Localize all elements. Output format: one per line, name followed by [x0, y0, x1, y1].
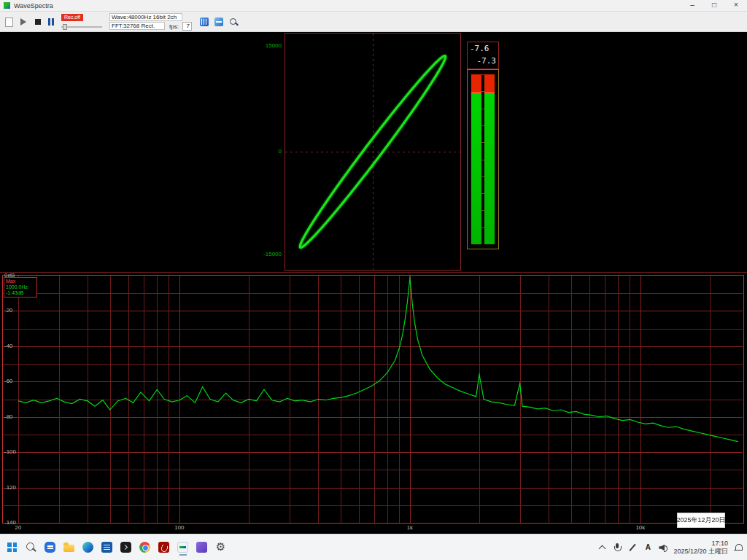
taskbar: A 17:10 2025/12/20 土曜日	[0, 534, 747, 560]
purple-app-icon[interactable]	[193, 539, 210, 556]
lissajous-tick-bottom: -15000	[252, 251, 282, 257]
desktop: WaveSpectra – □ × Rec.off Wave:48000Hz 1…	[0, 0, 747, 560]
slider-thumb[interactable]	[63, 24, 67, 30]
spectrum-x-tick-label: 20	[15, 524, 22, 531]
taskbar-app-icons	[0, 539, 229, 556]
spectrum-x-tick-label: 1k	[407, 524, 413, 531]
spectrum-canvas[interactable]	[3, 276, 743, 523]
panel-separator	[0, 272, 747, 273]
spectrum-y-tick-label: -80	[4, 413, 13, 420]
left-meter-bar	[471, 74, 481, 244]
search-icon[interactable]	[23, 539, 39, 556]
settings-icon[interactable]	[212, 539, 229, 556]
spectrum-y-tick-label: -40	[4, 343, 13, 349]
clock[interactable]: 17:10 2025/12/20 土曜日	[673, 540, 728, 556]
open-file-button[interactable]	[3, 16, 15, 28]
peak-label: Max	[6, 279, 35, 284]
level-meter	[467, 69, 499, 249]
spectrum-x-tick-label: 10k	[635, 524, 645, 531]
display-settings-button[interactable]	[213, 16, 225, 28]
rec-status-badge[interactable]: Rec.off	[61, 14, 83, 21]
notification-bell-icon[interactable]	[733, 542, 743, 553]
fft-settings-info: FFT:32768 Rect.	[109, 22, 165, 30]
spectrum-y-tick-label: -100	[4, 448, 16, 455]
level-meter-readout: -7.6 -7.3	[467, 42, 499, 69]
pen-icon[interactable]	[627, 542, 638, 553]
word-icon[interactable]	[98, 539, 115, 556]
clock-time: 17:10	[711, 540, 728, 548]
mic-icon[interactable]	[612, 542, 622, 553]
titlebar[interactable]: WaveSpectra – □ ×	[0, 0, 747, 12]
zoom-button[interactable]	[228, 16, 239, 28]
fps-input[interactable]: 7	[182, 22, 192, 31]
system-tray: A 17:10 2025/12/20 土曜日	[597, 534, 747, 560]
window-title: WaveSpectra	[14, 2, 53, 9]
stop-button[interactable]	[32, 16, 44, 28]
close-button[interactable]: ×	[725, 0, 747, 11]
peak-level: -1.43dB	[6, 290, 35, 296]
date-tooltip: 2025年12月20日	[677, 513, 725, 528]
level-slider[interactable]	[61, 24, 102, 30]
spectrum-y-tick-label: -60	[4, 378, 13, 384]
right-meter-bar	[484, 74, 495, 244]
toolbar: Rec.off Wave:48000Hz 16bit 2ch FFT:32768…	[0, 12, 747, 32]
clock-date: 2025/12/20 土曜日	[673, 548, 728, 556]
window-controls: – □ ×	[681, 0, 747, 11]
explorer-icon[interactable]	[61, 539, 77, 556]
left-level-value: -7.6	[468, 42, 498, 55]
fps-label: fps:	[169, 23, 179, 30]
start-icon[interactable]	[4, 539, 20, 556]
play-button[interactable]	[18, 16, 29, 28]
spectrum-y-tick-label: -20	[4, 307, 13, 314]
left-meter-red-segment	[471, 74, 481, 92]
terminal-icon[interactable]	[117, 539, 134, 556]
spectrum-y-tick-label: -120	[4, 484, 16, 491]
tray-chevron-icon[interactable]	[597, 542, 607, 553]
minimize-button[interactable]: –	[681, 0, 703, 11]
spectrum-x-tick-label: 100	[174, 524, 184, 531]
right-level-value: -7.3	[468, 55, 498, 67]
right-meter-green-segment	[484, 94, 495, 244]
ime-mode-indicator[interactable]: A	[643, 543, 653, 551]
speaker-icon[interactable]	[658, 542, 668, 553]
lissajous-tick-top: 15000	[252, 42, 282, 49]
wavespectra-app-icon	[4, 2, 10, 9]
maximize-button[interactable]: □	[703, 0, 725, 11]
edge-icon[interactable]	[80, 539, 96, 556]
peak-readout: Max 1000.0Hz -1.43dB	[4, 277, 37, 298]
chrome-icon[interactable]	[136, 539, 153, 556]
lissajous-canvas	[285, 34, 460, 270]
media-icon[interactable]	[174, 539, 191, 556]
left-meter-green-segment	[471, 94, 481, 244]
chat-icon[interactable]	[42, 539, 58, 556]
peak-frequency: 1000.0Hz	[6, 284, 35, 290]
right-meter-red-segment	[484, 74, 495, 92]
lissajous-tick-mid: 0	[252, 148, 282, 155]
wave-format-info: Wave:48000Hz 16bit 2ch	[109, 13, 182, 21]
lissajous-display	[285, 33, 461, 271]
spectrum-y-tick-label: 0dB	[4, 272, 15, 279]
pause-button[interactable]	[45, 16, 57, 28]
input-settings-button[interactable]	[198, 16, 210, 28]
acrobat-icon[interactable]	[155, 539, 172, 556]
